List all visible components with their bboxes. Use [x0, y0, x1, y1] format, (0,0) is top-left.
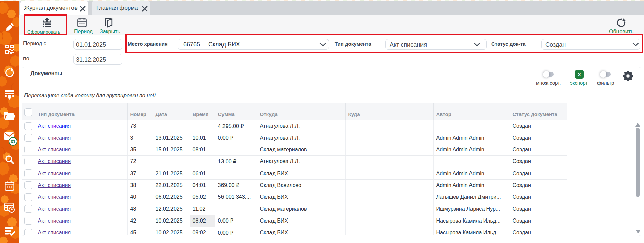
svg-text:31: 31	[11, 139, 15, 144]
